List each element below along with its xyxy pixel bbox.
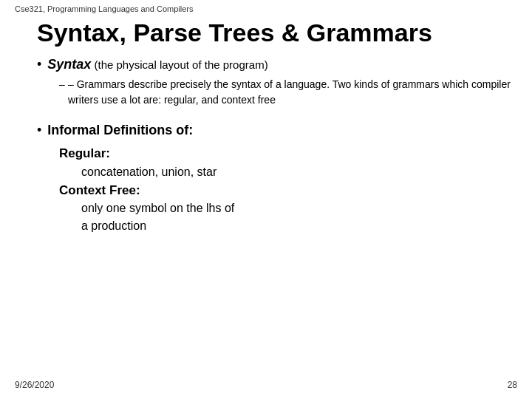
syntax-text: Syntax (the physical layout of the progr… xyxy=(47,55,267,74)
bullet-icon: • xyxy=(37,55,41,74)
footer: 9/26/2020 28 xyxy=(0,375,532,395)
syntax-label: Syntax xyxy=(47,57,91,72)
header-bar: Cse321, Programming Languages and Compil… xyxy=(0,0,532,15)
slide: Cse321, Programming Languages and Compil… xyxy=(0,0,532,399)
informal-section: • Informal Definitions of: Regular: conc… xyxy=(37,121,517,235)
slide-title: Syntax, Parse Trees & Grammars xyxy=(0,15,532,55)
informal-bullet-icon: • xyxy=(37,121,41,140)
informal-heading: Informal Definitions of: xyxy=(47,121,193,140)
content-area: • Syntax (the physical layout of the pro… xyxy=(0,55,532,399)
regular-label: Regular: xyxy=(59,144,517,163)
context-label: Context Free: xyxy=(59,181,517,200)
syntax-suffix: (the physical layout of the program) xyxy=(91,58,267,71)
syntax-sub-bullet: – Grammars describe precisely the syntax… xyxy=(59,77,517,108)
informal-bullet-main: • Informal Definitions of: xyxy=(37,121,517,140)
regular-items: concatenation, union, star xyxy=(81,163,517,181)
syntax-section: • Syntax (the physical layout of the pro… xyxy=(37,55,517,108)
footer-page: 28 xyxy=(508,380,517,390)
context-items-2: a production xyxy=(81,217,517,235)
context-items-1: only one symbol on the lhs of xyxy=(81,200,517,217)
course-label: Cse321, Programming Languages and Compil… xyxy=(15,4,194,13)
footer-date: 9/26/2020 xyxy=(15,380,54,390)
syntax-bullet-main: • Syntax (the physical layout of the pro… xyxy=(37,55,517,74)
